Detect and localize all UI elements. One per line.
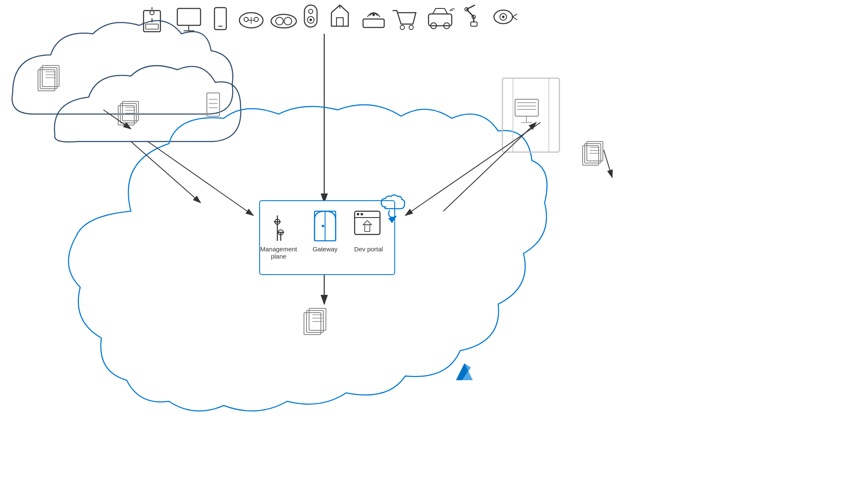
svg-point-72 xyxy=(322,225,324,227)
dev-portal-label: Dev portal xyxy=(354,245,383,253)
svg-rect-5 xyxy=(177,8,201,25)
smart-home-icon xyxy=(331,5,348,26)
svg-rect-23 xyxy=(336,18,343,26)
svg-point-12 xyxy=(254,17,258,22)
svg-rect-29 xyxy=(429,14,452,26)
svg-point-75 xyxy=(357,213,359,215)
wifi-router-icon xyxy=(363,13,384,27)
document-stack-bottom xyxy=(304,308,326,335)
server-rack xyxy=(502,78,559,152)
vr-headset-icon xyxy=(271,14,296,28)
management-plane-label2: plane xyxy=(271,253,287,260)
svg-line-104 xyxy=(604,150,612,177)
svg-rect-79 xyxy=(502,78,559,152)
svg-line-102 xyxy=(148,142,253,215)
svg-line-101 xyxy=(131,142,201,203)
security-camera-icon xyxy=(494,10,517,24)
diagram-container: Management plane Gateway Dev p xyxy=(0,0,868,501)
svg-point-16 xyxy=(276,17,283,25)
touch-screen-icon xyxy=(144,7,160,32)
svg-point-26 xyxy=(372,14,375,16)
document-stack-right xyxy=(583,142,603,165)
svg-line-103 xyxy=(405,123,540,215)
svg-rect-4 xyxy=(146,24,158,29)
svg-rect-82 xyxy=(515,99,538,116)
svg-rect-25 xyxy=(363,19,384,27)
gateway-label: Gateway xyxy=(312,245,338,253)
apim-box: Management plane Gateway Dev p xyxy=(260,201,395,275)
svg-point-11 xyxy=(244,17,248,22)
svg-rect-32 xyxy=(471,22,477,26)
svg-point-28 xyxy=(409,25,413,30)
connected-car-icon xyxy=(429,8,454,29)
gamepad-icon xyxy=(239,13,263,28)
svg-point-19 xyxy=(309,9,313,14)
svg-point-17 xyxy=(284,17,292,25)
svg-point-27 xyxy=(400,25,404,30)
robot-arm-icon xyxy=(465,5,477,26)
svg-point-1 xyxy=(150,11,154,15)
svg-point-76 xyxy=(361,213,363,215)
svg-point-21 xyxy=(309,19,312,21)
shopping-cart-icon xyxy=(393,11,416,30)
svg-line-105 xyxy=(443,123,536,211)
svg-point-40 xyxy=(502,16,505,18)
svg-line-100 xyxy=(103,110,131,129)
cloud-middle-dark xyxy=(54,65,241,142)
mobile-icon xyxy=(214,8,226,30)
svg-line-41 xyxy=(513,14,517,17)
monitor-icon xyxy=(177,8,201,31)
management-plane-label: Management xyxy=(260,245,297,253)
svg-line-42 xyxy=(513,17,517,20)
speaker-icon xyxy=(304,5,317,27)
azure-logo xyxy=(456,363,473,380)
